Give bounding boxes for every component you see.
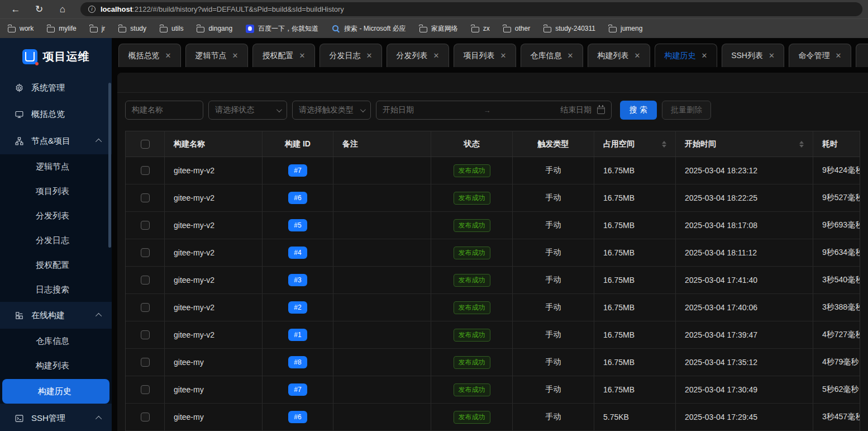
back-icon[interactable]: ←	[6, 2, 26, 17]
tab-close-icon[interactable]: ✕	[165, 51, 171, 60]
bookmark-item[interactable]: study-240311	[543, 25, 595, 32]
url-host: localhost	[101, 5, 132, 13]
row-checkbox[interactable]	[141, 221, 150, 230]
app-logo[interactable]: 项目运维	[0, 38, 112, 75]
row-checkbox[interactable]	[141, 166, 150, 175]
sidebar-subitem-build-list[interactable]: 构建列表	[0, 353, 112, 378]
tab-close-icon[interactable]: ✕	[366, 51, 373, 60]
tab-close-icon[interactable]: ✕	[232, 51, 239, 60]
sidebar-group-nodes[interactable]: 节点&项目	[0, 127, 112, 154]
tab-close-icon[interactable]: ✕	[567, 51, 574, 60]
page-tab[interactable]: 逻辑节点 ✕	[185, 44, 248, 67]
select-all-checkbox[interactable]	[141, 140, 150, 149]
build-id-badge[interactable]: #7	[288, 383, 307, 396]
sidebar-group-ssh[interactable]: SSH管理	[0, 405, 112, 431]
page-tab[interactable]: 项目列表 ✕	[454, 44, 516, 67]
page-tab[interactable]: 构建列表 ✕	[588, 44, 650, 67]
sidebar-item-label: 系统管理	[31, 83, 65, 93]
sidebar-subitem-build-history[interactable]: 构建历史	[2, 379, 109, 404]
status-select[interactable]: 请选择状态	[208, 101, 287, 120]
build-id-badge[interactable]: #6	[288, 192, 307, 204]
sort-icon[interactable]	[662, 141, 666, 148]
build-id-badge[interactable]: #8	[288, 356, 307, 368]
row-checkbox[interactable]	[141, 358, 150, 367]
build-name-input[interactable]: 构建名称	[125, 101, 203, 120]
bookmark-item[interactable]: other	[503, 25, 530, 32]
start-time-cell: 2025-03-04 18:23:12	[676, 157, 813, 184]
build-id-badge[interactable]: #4	[288, 247, 307, 259]
bookmark-item[interactable]: 家庭网络	[419, 24, 458, 34]
page-tab[interactable]: SSH列表 ✕	[722, 44, 784, 67]
sidebar-subitem[interactable]: 分发日志	[0, 228, 112, 253]
page-tab[interactable]: 命令管理 ✕	[789, 44, 851, 67]
sidebar-subitem[interactable]: 日志搜索	[0, 277, 112, 302]
sidebar-item-overview[interactable]: 概括总览	[0, 101, 112, 127]
build-id-badge[interactable]: #6	[288, 411, 307, 423]
tab-close-icon[interactable]: ✕	[299, 51, 306, 60]
sidebar-scrollbar[interactable]	[108, 83, 111, 248]
page-tab[interactable]: 仓库信息 ✕	[521, 44, 583, 67]
bookmark-item[interactable]: work	[8, 25, 34, 32]
bookmark-item[interactable]: jumeng	[609, 25, 642, 32]
sidebar-subitem[interactable]: 项目列表	[0, 179, 112, 203]
col-header-note: 备注	[333, 131, 431, 157]
trigger-cell: 手动	[513, 239, 594, 266]
bookmark-item[interactable]: utils	[160, 25, 183, 32]
search-button[interactable]: 搜 索	[620, 101, 657, 120]
duration-cell: 5秒62毫秒	[813, 376, 860, 403]
row-checkbox[interactable]	[141, 330, 150, 339]
tab-close-icon[interactable]: ✕	[500, 51, 507, 60]
sidebar-item-system[interactable]: 系统管理	[0, 75, 112, 101]
home-icon[interactable]: ⌂	[53, 2, 73, 17]
space-cell: 16.75MB	[594, 184, 676, 211]
bookmark-item[interactable]: jr	[90, 25, 106, 32]
page-tab[interactable]: 命 ✕	[856, 44, 868, 67]
refresh-icon[interactable]: ↻	[29, 2, 49, 17]
bookmark-item[interactable]: dingang	[197, 25, 232, 32]
row-checkbox[interactable]	[141, 248, 150, 257]
page-tab[interactable]: 分发列表 ✕	[387, 44, 449, 67]
date-range-picker[interactable]: 开始日期 → 结束日期	[376, 101, 612, 120]
monitor-icon	[15, 110, 24, 119]
build-id-badge[interactable]: #7	[288, 164, 307, 177]
build-id-badge[interactable]: #1	[288, 329, 307, 341]
address-bar[interactable]: i localhost:2122/#/build/history?wid=DEF…	[80, 2, 862, 16]
sidebar-subitem[interactable]: 逻辑节点	[0, 154, 112, 179]
page-tab[interactable]: 概括总览 ✕	[118, 44, 181, 67]
duration-cell: 3秒540毫秒	[813, 267, 860, 293]
space-cell: 16.75MB	[594, 321, 676, 348]
bookmark-item[interactable]: 搜索 - Microsoft 必应	[332, 24, 406, 34]
bookmark-item[interactable]: zx	[471, 25, 490, 32]
page-tab[interactable]: 构建历史 ✕	[655, 44, 717, 67]
tab-close-icon[interactable]: ✕	[433, 51, 440, 60]
row-checkbox[interactable]	[141, 193, 150, 202]
sidebar-subitem[interactable]: 分发列表	[0, 203, 112, 228]
row-checkbox[interactable]	[141, 276, 150, 285]
page-tab[interactable]: 分发日志 ✕	[319, 44, 382, 67]
bookmark-item[interactable]: study	[118, 25, 146, 32]
tab-close-icon[interactable]: ✕	[769, 51, 775, 60]
sidebar-subitem[interactable]: 授权配置	[0, 253, 112, 277]
status-badge: 发布成功	[454, 301, 490, 314]
table-row: gitee-my-v2 #5 发布成功 手动 16.75MB 2025-03-0…	[126, 212, 860, 239]
trigger-type-select[interactable]: 请选择触发类型	[292, 101, 371, 120]
build-id-badge[interactable]: #2	[288, 301, 307, 314]
sidebar-subitem-repo[interactable]: 仓库信息	[0, 329, 112, 353]
status-badge: 发布成功	[454, 219, 490, 232]
tab-close-icon[interactable]: ✕	[702, 51, 708, 60]
sort-icon[interactable]	[799, 141, 804, 148]
build-id-badge[interactable]: #5	[288, 219, 307, 231]
sidebar-group-build[interactable]: 在线构建	[0, 302, 112, 329]
build-id-badge[interactable]: #3	[288, 274, 307, 286]
batch-delete-button[interactable]: 批量删除	[662, 101, 711, 120]
page-info-icon[interactable]: i	[88, 6, 96, 13]
tab-close-icon[interactable]: ✕	[635, 51, 641, 60]
row-checkbox[interactable]	[141, 385, 150, 394]
tab-bar: 概括总览 ✕ 逻辑节点 ✕ 授权配置 ✕ 分发日志 ✕	[112, 38, 868, 67]
row-checkbox[interactable]	[141, 413, 150, 421]
bookmark-item[interactable]: mylife	[47, 25, 76, 32]
row-checkbox[interactable]	[141, 303, 150, 312]
tab-close-icon[interactable]: ✕	[836, 51, 842, 60]
bookmark-item[interactable]: 百度一下，你就知道	[246, 24, 318, 34]
page-tab[interactable]: 授权配置 ✕	[252, 44, 315, 67]
